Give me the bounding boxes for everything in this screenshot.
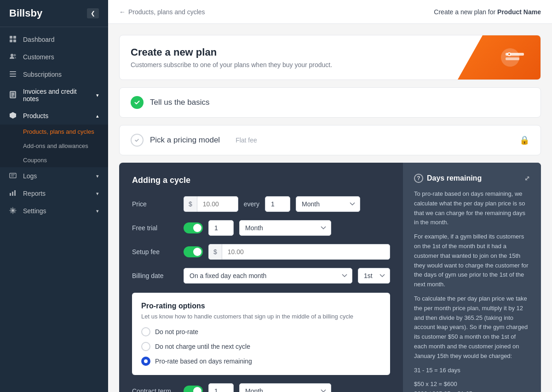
subscriptions-icon: [9, 70, 17, 79]
radio-prorate-days[interactable]: Pro-rate based on days remaining: [141, 357, 381, 366]
products-sub-nav: Products, plans and cycles Add-ons and a…: [0, 125, 108, 167]
products-label: Products: [23, 112, 48, 119]
cycle-form: Adding a cycle Price $ every Month Week …: [119, 163, 403, 392]
logs-chevron-icon: ▾: [96, 173, 99, 179]
invoices-icon: [9, 91, 17, 99]
prorating-subtitle: Let us know how to handle customers that…: [141, 313, 381, 320]
reports-icon: [9, 189, 17, 198]
svg-rect-18: [14, 190, 16, 196]
top-bar-product-name: Product Name: [497, 8, 541, 16]
free-trial-unit-select[interactable]: Month Week Day: [239, 220, 331, 236]
sidebar-item-invoices[interactable]: Invoices and credit notes ▾: [0, 83, 108, 107]
top-bar-title-prefix: Create a new plan for: [434, 8, 495, 16]
svg-rect-22: [506, 57, 519, 60]
header-card-text: Create a new plan Customers subscribe to…: [131, 46, 332, 68]
prorating-title: Pro-rating options: [141, 302, 381, 310]
main-content: ← Products, plans and cycles Create a ne…: [108, 0, 552, 392]
contract-term-unit-select[interactable]: Month Week Year: [239, 383, 331, 392]
radio-no-charge-label: Do not charge until the next cycle: [155, 343, 250, 350]
sidebar-item-add-ons[interactable]: Add-ons and allowances: [0, 139, 108, 153]
sidebar-item-subscriptions[interactable]: Subscriptions: [0, 66, 108, 83]
sidebar-item-customers[interactable]: Customers: [0, 48, 108, 66]
days-remaining-para-2: For example, if a gym billed its custome…: [414, 232, 530, 290]
radio-no-prorate[interactable]: Do not pro-rate: [141, 327, 381, 336]
invoices-chevron-icon: ▾: [96, 92, 99, 98]
sidebar-item-dashboard[interactable]: Dashboard: [0, 31, 108, 48]
setup-fee-amount-input[interactable]: [222, 244, 390, 260]
days-remaining-content: To pro-rate based on days remaining, we …: [414, 189, 530, 392]
sidebar-item-coupons[interactable]: Coupons: [0, 153, 108, 167]
contract-term-toggle[interactable]: [184, 386, 203, 392]
sidebar-navigation: Dashboard Customers Subscriptions Invoic…: [0, 27, 108, 392]
products-plans-cycles-label: Products, plans and cycles: [23, 128, 94, 135]
price-amount-input[interactable]: [197, 196, 238, 212]
svg-point-5: [14, 54, 16, 57]
days-remaining-para-4: 31 - 15 = 16 days: [414, 366, 530, 375]
svg-rect-7: [10, 74, 16, 74]
breadcrumb-arrow-icon: ←: [119, 8, 126, 16]
step2-check-icon: [131, 134, 144, 147]
sidebar-item-products-plans-cycles[interactable]: Products, plans and cycles: [0, 125, 108, 139]
days-remaining-para-1: To pro-rate based on days remaining, we …: [414, 189, 530, 227]
sidebar: Billsby ❮ Dashboard Customers Subscripti…: [0, 0, 108, 392]
illustration-svg: [496, 39, 533, 76]
breadcrumb-link[interactable]: ← Products, plans and cycles: [119, 8, 205, 16]
billing-date-label: Billing date: [132, 272, 178, 279]
reports-label: Reports: [23, 190, 46, 197]
price-currency-symbol: $: [184, 196, 197, 212]
sidebar-item-reports[interactable]: Reports ▾: [0, 185, 108, 202]
setup-fee-row: Setup fee $: [132, 244, 390, 260]
prorating-box: Pro-rating options Let us know how to ha…: [132, 293, 390, 375]
billing-date-select[interactable]: On a fixed day each month Anniversary of…: [184, 268, 352, 284]
radio-prorate-days-label: Pro-rate based on days remaining: [155, 358, 252, 365]
settings-icon: [9, 207, 17, 215]
svg-rect-8: [10, 76, 16, 77]
svg-rect-1: [13, 36, 16, 39]
free-trial-value-input[interactable]: [208, 220, 234, 236]
radio-no-charge[interactable]: Do not charge until the next cycle: [141, 342, 381, 351]
svg-point-24: [508, 53, 510, 55]
expand-icon[interactable]: ⤢: [524, 175, 530, 182]
sidebar-logo: Billsby ❮: [0, 0, 108, 27]
price-interval-unit-select[interactable]: Month Week Year Day: [296, 196, 360, 212]
days-remaining-panel: ? Days remaining ⤢ To pro-rate based on …: [403, 163, 541, 392]
free-trial-toggle[interactable]: [184, 222, 203, 233]
days-remaining-title-text: Days remaining: [427, 174, 482, 182]
sidebar-item-settings[interactable]: Settings ▾: [0, 202, 108, 220]
customers-label: Customers: [23, 53, 54, 61]
invoices-label: Invoices and credit notes: [23, 88, 91, 102]
svg-rect-13: [10, 173, 16, 178]
setup-fee-input-group: $: [208, 244, 390, 260]
header-illustration: [458, 35, 540, 80]
days-remaining-para-3: To calculate the per day plan price we t…: [414, 294, 530, 361]
step2-sublabel: Flat fee: [236, 136, 257, 144]
step2-check-svg: [134, 137, 140, 143]
add-ons-label: Add-ons and allowances: [23, 142, 88, 149]
price-row: Price $ every Month Week Year Day: [132, 196, 390, 212]
step2-label: Pick a pricing model: [150, 136, 220, 145]
breadcrumb-text: Products, plans and cycles: [128, 8, 205, 16]
dashboard-label: Dashboard: [23, 36, 55, 43]
contract-term-value-input[interactable]: [208, 383, 234, 392]
svg-point-4: [11, 54, 13, 57]
sidebar-item-products[interactable]: Products ▴: [0, 107, 108, 125]
logs-icon: [9, 172, 17, 180]
billing-date-row: Billing date On a fixed day each month A…: [132, 268, 390, 284]
svg-rect-6: [10, 71, 16, 72]
step1-card: Tell us the basics: [119, 87, 541, 118]
setup-fee-currency-symbol: $: [208, 244, 222, 260]
svg-rect-3: [13, 40, 16, 42]
price-interval-value-input[interactable]: [265, 196, 290, 212]
lock-icon: 🔒: [519, 135, 529, 145]
customers-icon: [9, 53, 17, 61]
sidebar-collapse-button[interactable]: ❮: [87, 8, 99, 18]
help-circle-icon: ?: [414, 174, 423, 183]
svg-rect-17: [12, 192, 13, 196]
billing-day-select[interactable]: 1st 2nd 3rd 4th 5th: [358, 268, 390, 284]
radio-no-charge-circle: [141, 342, 150, 351]
products-icon: [9, 112, 17, 120]
sidebar-item-logs[interactable]: Logs ▾: [0, 167, 108, 185]
setup-fee-toggle[interactable]: [184, 246, 203, 257]
top-bar-title: Create a new plan for Product Name: [434, 8, 541, 16]
settings-label: Settings: [23, 207, 46, 215]
